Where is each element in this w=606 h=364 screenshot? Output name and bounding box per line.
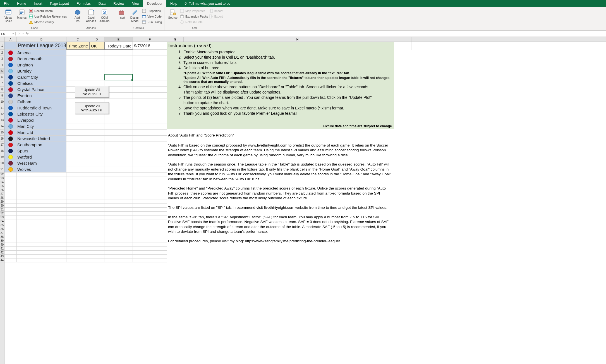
row-header[interactable]: 44 <box>0 258 4 262</box>
row-header[interactable]: 33 <box>0 215 4 219</box>
svg-marker-47 <box>212 16 213 17</box>
record-macro-button[interactable]: Record Macro <box>29 8 67 13</box>
row-header[interactable]: 34 <box>0 219 4 223</box>
col-header-b[interactable]: B <box>17 37 66 42</box>
tab-page-layout[interactable]: Page Layout <box>46 0 73 7</box>
row-header[interactable]: 18 <box>0 148 4 154</box>
row-header[interactable]: 7 <box>0 80 4 87</box>
row-header[interactable]: 22 <box>0 173 4 176</box>
tell-me-search[interactable]: Tell me what you want to do <box>181 0 233 7</box>
row-header[interactable]: 36 <box>0 227 4 231</box>
row-header[interactable]: 6 <box>0 74 4 80</box>
row-header[interactable]: 14 <box>0 123 4 130</box>
fx-icon[interactable]: fx <box>26 31 28 36</box>
row-header[interactable]: 42 <box>0 251 4 255</box>
row-header[interactable]: 13 <box>0 117 4 123</box>
row-header[interactable]: 38 <box>0 235 4 239</box>
xml-source-button[interactable]: Source <box>167 8 179 26</box>
col-header-h[interactable]: H <box>184 37 411 42</box>
row-header[interactable]: 30 <box>0 204 4 208</box>
row-header[interactable]: 19 <box>0 154 4 160</box>
row-header[interactable]: 17 <box>0 142 4 148</box>
addins-button[interactable]: Add- ins <box>71 8 84 26</box>
ribbon-group-controls: Insert Design Mode Properties View Code … <box>113 7 164 30</box>
update-all-with-autofill-button[interactable]: Update All With Auto Fill <box>75 102 109 114</box>
row-header[interactable]: 29 <box>0 200 4 204</box>
tab-home[interactable]: Home <box>13 0 30 7</box>
macro-security-button[interactable]: Macro Security <box>29 20 67 25</box>
row-header[interactable]: 28 <box>0 196 4 200</box>
relative-references-button[interactable]: Use Relative References <box>29 14 67 19</box>
svg-rect-25 <box>120 10 123 11</box>
tab-insert[interactable]: Insert <box>30 0 46 7</box>
tab-data[interactable]: Data <box>95 0 109 7</box>
row-header[interactable]: 23 <box>0 176 4 180</box>
row-header[interactable]: 26 <box>0 188 4 192</box>
col-header-e[interactable]: E <box>104 37 133 42</box>
row-header[interactable]: 1 <box>0 42 4 50</box>
cancel-icon[interactable]: ✕ <box>18 32 20 35</box>
tab-help[interactable]: Help <box>166 0 181 7</box>
run-dialog-button[interactable]: Run Dialog <box>142 20 162 25</box>
expansion-icon <box>180 15 184 18</box>
row-header[interactable]: 25 <box>0 184 4 188</box>
update-all-no-autofill-button[interactable]: Update All No Auto Fill <box>75 86 109 98</box>
name-box[interactable]: E5▼ <box>0 32 16 35</box>
tab-formulas[interactable]: Formulas <box>73 0 95 7</box>
team-logo <box>8 63 13 67</box>
worksheet-grid[interactable]: A B C D E F G H 123456789101112131415161… <box>0 37 606 364</box>
time-zone-value[interactable]: UK <box>89 42 104 50</box>
row-header[interactable]: 16 <box>0 136 4 142</box>
row-header[interactable]: 15 <box>0 130 4 136</box>
row-header[interactable]: 9 <box>0 93 4 99</box>
team-name: Liverpool <box>17 117 66 123</box>
col-header-d[interactable]: D <box>89 37 104 42</box>
row-header[interactable]: 37 <box>0 231 4 235</box>
macros-button[interactable]: Macros <box>16 8 28 26</box>
col-header-c[interactable]: C <box>66 37 89 42</box>
cells-area[interactable]: Premier League 2018/19 Time Zone UK Toda… <box>4 42 606 364</box>
com-addins-button[interactable]: COM Add-ins <box>98 8 111 26</box>
ruler-icon <box>131 9 138 16</box>
row-header[interactable]: 39 <box>0 239 4 243</box>
design-mode-button[interactable]: Design Mode <box>129 8 141 26</box>
row-header[interactable]: 32 <box>0 212 4 215</box>
select-all-corner[interactable] <box>0 37 4 42</box>
col-header-g[interactable]: G <box>167 37 184 42</box>
enter-icon[interactable]: ✓ <box>22 32 25 35</box>
row-header[interactable]: 3 <box>0 56 4 62</box>
row-header[interactable]: 20 <box>0 160 4 166</box>
excel-addins-button[interactable]: Excel Add-ins <box>85 8 97 26</box>
visual-basic-button[interactable]: Visual Basic <box>2 8 15 26</box>
insert-control-button[interactable]: Insert <box>115 8 128 26</box>
row-header[interactable]: 10 <box>0 99 4 105</box>
row-header[interactable]: 21 <box>0 166 4 173</box>
row-header[interactable]: 5 <box>0 68 4 74</box>
row-header[interactable]: 31 <box>0 208 4 212</box>
tab-view[interactable]: View <box>128 0 143 7</box>
row-header[interactable]: 27 <box>0 192 4 196</box>
team-logo <box>8 112 13 116</box>
row-header[interactable]: 2 <box>0 50 4 56</box>
col-header-a[interactable]: A <box>4 37 17 42</box>
row-header[interactable]: 41 <box>0 247 4 251</box>
row-header[interactable]: 4 <box>0 62 4 68</box>
tab-developer[interactable]: Developer <box>143 0 166 7</box>
row-header[interactable]: 11 <box>0 105 4 111</box>
team-logo <box>8 81 13 86</box>
row-header[interactable]: 24 <box>0 180 4 184</box>
row-header[interactable]: 40 <box>0 243 4 247</box>
row-header[interactable]: 35 <box>0 223 4 227</box>
tab-file[interactable]: File <box>0 0 13 7</box>
row-headers: 1234567891011121314151617181920212223242… <box>0 42 4 364</box>
view-code-button[interactable]: View Code <box>142 14 162 19</box>
expansion-packs-button[interactable]: Expansion Packs <box>180 14 208 19</box>
row-header[interactable]: 43 <box>0 255 4 258</box>
com-addins-icon <box>101 9 108 16</box>
row-header[interactable]: 12 <box>0 111 4 117</box>
col-header-f[interactable]: F <box>133 37 167 42</box>
tab-review[interactable]: Review <box>109 0 128 7</box>
svg-rect-38 <box>171 12 173 12</box>
properties-button[interactable]: Properties <box>142 8 162 13</box>
row-header[interactable]: 8 <box>0 87 4 93</box>
